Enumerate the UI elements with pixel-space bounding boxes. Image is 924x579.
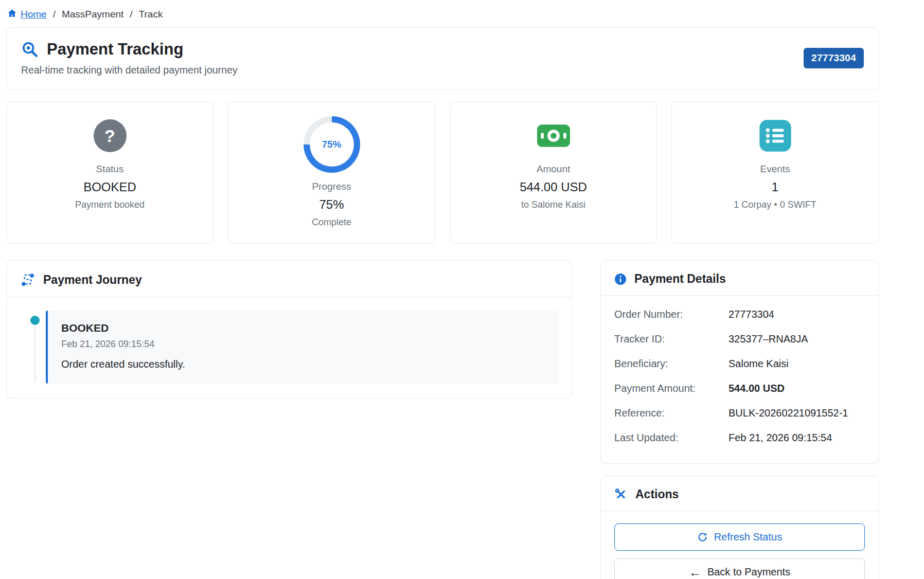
detail-label: Reference: (614, 407, 728, 419)
payment-details-header: Payment Details (601, 261, 878, 296)
detail-label: Order Number: (614, 309, 728, 320)
events-stat-card: Events 1 1 Corpay • 0 SWIFT (671, 101, 879, 244)
payment-journey-header: Payment Journey (7, 261, 572, 297)
detail-row: Last Updated: Feb 21, 2026 09:15:54 (614, 425, 865, 450)
breadcrumb-item-masspayment: MassPayment (62, 9, 123, 20)
progress-donut-label: 75% (322, 139, 341, 150)
home-icon (7, 8, 17, 21)
page-title: Payment Tracking (47, 40, 183, 59)
status-value: BOOKED (83, 180, 136, 194)
status-icon-wrap: ? (94, 116, 127, 155)
tools-icon (614, 488, 628, 501)
detail-value: 27773304 (728, 309, 865, 320)
detail-row: Payment Amount: 544.00 USD (614, 376, 865, 401)
actions-title: Actions (635, 487, 679, 501)
breadcrumb-item-track: Track (139, 9, 163, 20)
payment-journey-body: BOOKED Feb 21, 2026 09:15:54 Order creat… (7, 297, 572, 398)
detail-label: Beneficiary: (614, 358, 728, 370)
info-icon (614, 273, 627, 285)
actions-body: Refresh Status ← Back to Payments (601, 511, 878, 579)
payment-details-title: Payment Details (634, 272, 726, 286)
breadcrumb: Home / MassPayment / Track (6, 0, 879, 27)
detail-label: Tracker ID: (614, 333, 728, 345)
money-bill-icon (537, 124, 571, 148)
timeline: BOOKED Feb 21, 2026 09:15:54 Order creat… (20, 311, 558, 384)
detail-label: Payment Amount: (614, 383, 728, 394)
page-subtitle: Real-time tracking with detailed payment… (21, 64, 238, 76)
right-column: Payment Details Order Number: 27773304 T… (600, 260, 879, 579)
amount-label: Amount (537, 164, 570, 175)
refresh-status-label: Refresh Status (714, 531, 782, 543)
main-content: Payment Journey BOOKED Feb 21, 2026 09:1… (6, 260, 879, 579)
payment-journey-card: Payment Journey BOOKED Feb 21, 2026 09:1… (6, 260, 572, 399)
page-header-left: Payment Tracking Real-time tracking with… (21, 40, 238, 76)
progress-value: 75% (319, 197, 344, 212)
detail-value: 325377–RNA8JA (728, 333, 865, 345)
progress-label: Progress (312, 181, 351, 192)
search-icon (21, 41, 39, 58)
status-subtext: Payment booked (75, 200, 145, 210)
progress-stat-card: 75% Progress 75% Complete (228, 101, 435, 244)
arrow-left-icon: ← (689, 566, 701, 578)
detail-value: 544.00 USD (728, 383, 865, 394)
events-icon-wrap (759, 116, 792, 155)
detail-label: Last Updated: (614, 432, 728, 444)
order-number-badge: 27773304 (804, 48, 864, 68)
detail-value: BULK-20260221091552-1 (728, 407, 865, 419)
breadcrumb-home-label: Home (21, 9, 47, 20)
amount-subtext: to Salome Kaisi (521, 200, 585, 210)
status-label: Status (96, 164, 124, 175)
detail-value: Feb 21, 2026 09:15:54 (728, 432, 865, 444)
back-to-payments-label: Back to Payments (707, 566, 790, 578)
page-title-row: Payment Tracking (21, 40, 238, 59)
actions-header: Actions (601, 476, 878, 511)
event-status: BOOKED (61, 322, 545, 334)
detail-row: Beneficiary: Salome Kaisi (614, 351, 865, 376)
amount-icon-wrap (537, 116, 571, 155)
list-icon (759, 119, 792, 152)
progress-donut: 75% (304, 116, 360, 173)
refresh-icon (697, 532, 708, 542)
detail-row: Tracker ID: 325377–RNA8JA (614, 327, 865, 351)
detail-row: Reference: BULK-20260221091552-1 (614, 401, 865, 425)
amount-value: 544.00 USD (520, 180, 587, 194)
payment-details-card: Payment Details Order Number: 27773304 T… (600, 260, 879, 464)
question-icon: ? (94, 119, 127, 152)
detail-row: Order Number: 27773304 (614, 302, 865, 327)
detail-value: Salome Kaisi (728, 358, 865, 370)
event-message: Order created successfully. (61, 358, 545, 370)
progress-subtext: Complete (312, 217, 351, 228)
breadcrumb-home-link[interactable]: Home (7, 8, 47, 21)
payment-details-body: Order Number: 27773304 Tracker ID: 32537… (601, 296, 878, 463)
events-subtext: 1 Corpay • 0 SWIFT (734, 200, 816, 210)
refresh-status-button[interactable]: Refresh Status (614, 523, 865, 551)
actions-card: Actions Refresh Status ← Back to Payment… (600, 476, 879, 579)
status-stat-card: ? Status BOOKED Payment booked (6, 101, 214, 244)
timeline-dot (30, 316, 40, 325)
stat-cards-row: ? Status BOOKED Payment booked 75% Progr… (6, 101, 879, 244)
breadcrumb-separator: / (53, 9, 56, 20)
breadcrumb-separator: / (130, 9, 132, 20)
back-to-payments-button[interactable]: ← Back to Payments (614, 558, 865, 579)
route-icon (20, 272, 35, 287)
amount-stat-card: Amount 544.00 USD to Salome Kaisi (450, 101, 657, 244)
payment-journey-title: Payment Journey (43, 273, 142, 287)
events-value: 1 (772, 180, 778, 194)
page-header-card: Payment Tracking Real-time tracking with… (6, 27, 879, 90)
event-timestamp: Feb 21, 2026 09:15:54 (61, 339, 545, 350)
journey-event-card: BOOKED Feb 21, 2026 09:15:54 Order creat… (46, 311, 558, 384)
events-label: Events (760, 164, 790, 175)
page: Home / MassPayment / Track Payment Track… (6, 0, 879, 579)
timeline-line (34, 326, 35, 382)
